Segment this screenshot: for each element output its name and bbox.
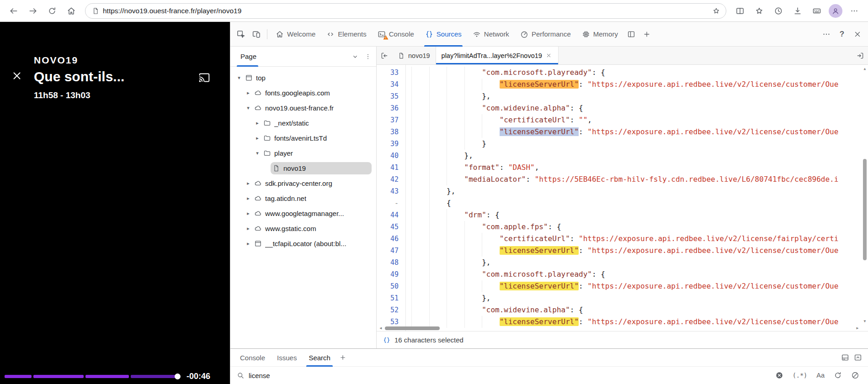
code-line[interactable]: "com.widevine.alpha": { bbox=[411, 102, 868, 114]
code-line[interactable]: "com.microsoft.playready": { bbox=[411, 67, 868, 79]
close-tab-icon[interactable] bbox=[545, 52, 553, 59]
vertical-scrollbar-thumb[interactable] bbox=[863, 159, 867, 261]
code-line[interactable]: "mediaLocator": "https://5EB46Ec-rbm-hil… bbox=[411, 174, 868, 185]
devtools-tab-memory[interactable]: Memory bbox=[576, 22, 623, 47]
code-line[interactable]: "licenseServerUrl": "https://exposure.ap… bbox=[411, 79, 868, 90]
line-number[interactable]: 33 bbox=[377, 67, 405, 79]
code-line[interactable]: "certificateUrl": "https://exposure.api.… bbox=[411, 233, 868, 245]
site-info-icon[interactable] bbox=[92, 7, 99, 15]
code-editor[interactable]: 3334353637383940414243-44454647484950515… bbox=[377, 65, 868, 331]
editor-tab-play-limitadtra-layer-2fnovo19[interactable]: play?limitAdTra...layer%2Fnovo19 bbox=[436, 47, 559, 64]
navigator-menu-button[interactable] bbox=[362, 50, 374, 63]
drawer-layout-button[interactable] bbox=[839, 351, 852, 364]
pretty-print-braces-icon[interactable] bbox=[383, 337, 390, 344]
tree-expand-arrow[interactable]: ▸ bbox=[253, 120, 261, 126]
drawer-tab-issues[interactable]: Issues bbox=[271, 349, 303, 367]
line-number[interactable]: 48 bbox=[377, 257, 405, 268]
code-line[interactable]: "licenseServerUrl": "https://exposure.ap… bbox=[411, 245, 868, 257]
horizontal-scrollbar-thumb[interactable] bbox=[385, 326, 440, 330]
code-line[interactable]: "com.microsoft.playready": { bbox=[411, 268, 868, 280]
devtools-tab-sources[interactable]: Sources bbox=[420, 22, 467, 47]
tree-expand-arrow[interactable]: ▸ bbox=[253, 135, 261, 141]
bookmark-button[interactable] bbox=[709, 4, 723, 18]
code-line[interactable]: "licenseServerUrl": "https://exposure.ap… bbox=[411, 280, 868, 292]
code-line[interactable]: "format": "DASH", bbox=[411, 162, 868, 174]
line-number[interactable]: 52 bbox=[377, 304, 405, 316]
collapse-navigator-button[interactable] bbox=[377, 48, 392, 63]
history-button[interactable] bbox=[769, 2, 788, 20]
code-content[interactable]: "com.microsoft.playready": { "licenseSer… bbox=[406, 65, 868, 331]
refresh-button[interactable] bbox=[43, 2, 61, 20]
code-line[interactable]: "com.apple.fps": { bbox=[411, 221, 868, 233]
video-player[interactable]: NOVO19 Que sont-ils... 11h58 - 13h03 -00… bbox=[0, 22, 230, 384]
progress-bar[interactable] bbox=[5, 375, 178, 378]
line-number[interactable]: 50 bbox=[377, 280, 405, 292]
line-number[interactable]: 37 bbox=[377, 114, 405, 126]
tree-collapse-arrow[interactable]: ▾ bbox=[235, 75, 243, 81]
line-number[interactable]: 47 bbox=[377, 245, 405, 257]
add-drawer-tab-button[interactable] bbox=[336, 351, 349, 364]
tree-collapse-arrow[interactable]: ▾ bbox=[253, 150, 261, 156]
line-number[interactable]: 38 bbox=[377, 126, 405, 138]
tree-item-fonts-googleapis-com[interactable]: ▸fonts.googleapis.com bbox=[230, 85, 376, 100]
help-button[interactable]: ? bbox=[834, 26, 850, 42]
devtools-tab-elements[interactable]: Elements bbox=[321, 22, 372, 47]
code-line[interactable]: } bbox=[411, 138, 868, 150]
tree-expand-arrow[interactable]: ▸ bbox=[244, 90, 252, 96]
browser-menu-button[interactable] bbox=[845, 2, 863, 20]
tree-expand-arrow[interactable]: ▸ bbox=[244, 195, 252, 201]
code-line[interactable]: "com.widevine.alpha": { bbox=[411, 304, 868, 316]
clear-search-input-button[interactable] bbox=[773, 369, 786, 382]
address-bar[interactable]: https://novo19.ouest-france.fr/player/no… bbox=[85, 3, 726, 19]
tree-expand-arrow[interactable]: ▸ bbox=[244, 210, 252, 216]
code-line[interactable]: { bbox=[411, 197, 868, 209]
tree-item-sdk-privacy-center-org[interactable]: ▸sdk.privacy-center.org bbox=[230, 176, 376, 191]
line-number[interactable]: 39 bbox=[377, 138, 405, 150]
expand-drawer-button[interactable] bbox=[852, 351, 864, 364]
downloads-button[interactable] bbox=[788, 2, 807, 20]
vertical-scrollbar[interactable]: ▲ ▼ bbox=[862, 65, 868, 326]
line-number[interactable]: 35 bbox=[377, 90, 405, 102]
line-number[interactable]: 41 bbox=[377, 162, 405, 174]
scroll-right-arrow[interactable]: ▶ bbox=[854, 326, 861, 331]
keyboard-button[interactable] bbox=[808, 2, 826, 20]
cast-button[interactable] bbox=[197, 71, 211, 85]
devtools-tab-network[interactable]: Network bbox=[467, 22, 515, 47]
code-line[interactable]: "drm": { bbox=[411, 209, 868, 221]
code-line[interactable]: }, bbox=[411, 150, 868, 162]
code-line[interactable]: "certificateUrl": "", bbox=[411, 114, 868, 126]
scroll-up-arrow[interactable]: ▲ bbox=[862, 66, 868, 72]
open-debug-sidebar-button[interactable] bbox=[852, 48, 868, 63]
drawer-tab-console[interactable]: Console bbox=[234, 349, 271, 367]
url-text[interactable]: https://novo19.ouest-france.fr/player/no… bbox=[103, 7, 706, 15]
clear-search-results-button[interactable] bbox=[849, 369, 862, 382]
line-number[interactable]: 40 bbox=[377, 150, 405, 162]
inspect-element-button[interactable] bbox=[233, 26, 249, 42]
tree-item-novo19[interactable]: novo19 bbox=[230, 161, 376, 176]
tree-collapse-arrow[interactable]: ▾ bbox=[244, 105, 252, 111]
devtools-tab-welcome[interactable]: Welcome bbox=[270, 22, 321, 47]
close-devtools-button[interactable] bbox=[850, 26, 865, 42]
line-number[interactable]: 46 bbox=[377, 233, 405, 245]
more-navigator-tabs-button[interactable] bbox=[349, 50, 362, 63]
devtools-menu-button[interactable] bbox=[819, 26, 834, 42]
search-input[interactable] bbox=[249, 372, 768, 379]
home-button[interactable] bbox=[62, 2, 80, 20]
line-number[interactable]: 43 bbox=[377, 185, 405, 197]
tree-item-www-googletagmanager[interactable]: ▸www.googletagmanager... bbox=[230, 206, 376, 221]
refresh-search-button[interactable] bbox=[831, 369, 844, 382]
scroll-left-arrow[interactable]: ◀ bbox=[378, 326, 384, 331]
playhead[interactable] bbox=[175, 373, 181, 379]
profile-avatar[interactable] bbox=[829, 4, 842, 18]
split-screen-button[interactable] bbox=[731, 2, 749, 20]
code-line[interactable]: }, bbox=[411, 257, 868, 268]
code-line[interactable]: }, bbox=[411, 90, 868, 102]
tree-item-novo19-ouest-france-fr[interactable]: ▾novo19.ouest-france.fr bbox=[230, 100, 376, 116]
horizontal-scrollbar[interactable]: ◀ ▶ bbox=[377, 326, 862, 331]
tree-item-top[interactable]: ▾top bbox=[230, 70, 376, 85]
layout-panel-button[interactable] bbox=[623, 26, 639, 42]
add-panel-button[interactable] bbox=[639, 26, 655, 42]
favorites-button[interactable] bbox=[750, 2, 768, 20]
code-line[interactable]: }, bbox=[411, 292, 868, 304]
navigator-tab-page[interactable]: Page bbox=[230, 47, 263, 67]
